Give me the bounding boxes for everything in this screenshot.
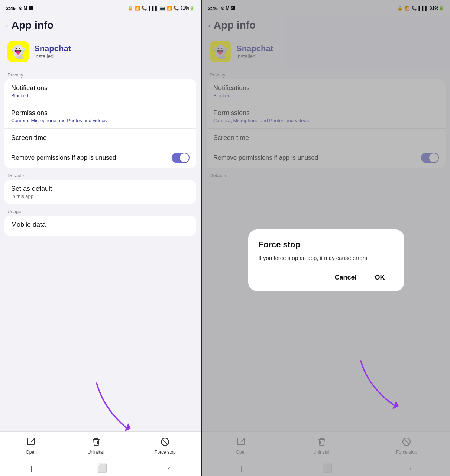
left-remove-permissions-toggle[interactable] <box>172 153 190 163</box>
left-open-icon <box>25 436 38 448</box>
left-status-icons: ⊙ M 🖼 <box>19 6 33 11</box>
left-app-name: Snapchat <box>34 44 71 53</box>
left-set-default-title: Set as default <box>11 185 52 193</box>
left-notifications-subtitle: Blocked <box>11 93 48 98</box>
left-uninstall-icon <box>90 436 103 448</box>
left-time: 3:46 <box>6 6 16 11</box>
left-recent-icon[interactable]: ||| <box>30 464 36 472</box>
left-privacy-card: Notifications Blocked Permissions Camera… <box>4 79 196 168</box>
left-status-left: 3:46 ⊙ M 🖼 <box>6 6 33 11</box>
left-app-status: Installed <box>34 53 71 59</box>
left-set-default-text: Set as default In this app <box>11 185 52 199</box>
left-force-stop-icon <box>159 436 171 448</box>
left-app-icon-row: 👻 Snapchat Installed <box>0 36 201 69</box>
left-screen-time-text: Screen time <box>11 134 47 142</box>
svg-rect-0 <box>27 438 34 445</box>
dialog-buttons: Cancel OK <box>259 271 394 284</box>
force-stop-dialog: Force stop If you force stop an app, it … <box>248 229 404 291</box>
left-permissions-title: Permissions <box>11 109 107 117</box>
left-signal-icon: ▌▌▌ <box>149 6 158 11</box>
left-privacy-label: Privacy <box>0 69 201 79</box>
left-set-default-subtitle: In this app <box>11 193 52 199</box>
left-battery-pct: 📷 📶 📞 31%🔋 <box>160 6 195 11</box>
left-back-icon[interactable]: ‹ <box>168 464 170 472</box>
left-force-stop-nav-item[interactable]: Force stop <box>155 436 176 455</box>
left-call-icon: 📞 <box>142 6 147 11</box>
left-home-icon[interactable]: ⬜ <box>97 463 107 473</box>
left-battery-icon: 🔒 <box>127 6 133 11</box>
left-set-default-item[interactable]: Set as default In this app <box>4 180 196 204</box>
left-remove-permissions-title: Remove permissions if app is unused <box>11 154 116 162</box>
left-app-name-block: Snapchat Installed <box>34 44 71 59</box>
left-open-label: Open <box>26 450 37 455</box>
left-ghost-icon: 👻 <box>10 44 26 59</box>
left-snapchat-icon: 👻 <box>7 41 29 62</box>
left-status-bar: 3:46 ⊙ M 🖼 🔒 📶 📞 ▌▌▌ 📷 📶 📞 31%🔋 <box>0 0 201 16</box>
force-stop-dialog-overlay: Force stop If you force stop an app, it … <box>202 0 450 476</box>
svg-marker-3 <box>124 423 131 431</box>
left-open-nav-item[interactable]: Open <box>25 436 38 455</box>
left-usage-label: Usage <box>0 206 201 216</box>
left-arrow-annotation <box>74 379 149 439</box>
left-usage-card: Mobile data <box>4 216 196 236</box>
left-permissions-subtitle: Camera, Microphone and Photos and videos <box>11 118 107 123</box>
left-screen-time-item[interactable]: Screen time <box>4 129 196 147</box>
left-uninstall-label: Uninstall <box>88 450 105 455</box>
left-mobile-data-title: Mobile data <box>11 221 46 229</box>
left-app-header: ‹ App info <box>0 16 201 36</box>
left-notifications-item[interactable]: Notifications Blocked <box>4 79 196 104</box>
dialog-ok-button[interactable]: OK <box>366 271 394 284</box>
left-page-title: App info <box>12 19 54 31</box>
left-defaults-card: Set as default In this app <box>4 180 196 204</box>
left-mobile-data-text: Mobile data <box>11 221 46 229</box>
left-remove-permissions-text: Remove permissions if app is unused <box>11 154 116 162</box>
left-notifications-text: Notifications Blocked <box>11 84 48 98</box>
left-mobile-data-item[interactable]: Mobile data <box>4 216 196 236</box>
dialog-title: Force stop <box>259 240 394 250</box>
left-defaults-label: Defaults <box>0 170 201 180</box>
right-phone-panel: 3:46 ⊙ M 🖼 🔒 📶 📞 ▌▌▌ 31%🔋 ‹ App info 👻 S… <box>201 0 450 476</box>
left-permissions-item[interactable]: Permissions Camera, Microphone and Photo… <box>4 104 196 129</box>
left-force-stop-label: Force stop <box>155 450 176 455</box>
left-remove-permissions-item[interactable]: Remove permissions if app is unused <box>4 147 196 168</box>
left-phone-panel: 3:46 ⊙ M 🖼 🔒 📶 📞 ▌▌▌ 📷 📶 📞 31%🔋 ‹ App in… <box>0 0 201 476</box>
svg-line-2 <box>163 440 167 444</box>
left-back-arrow[interactable]: ‹ <box>6 21 9 30</box>
dialog-body: If you force stop an app, it may cause e… <box>259 254 394 263</box>
left-wifi-icon: 📶 <box>135 6 140 11</box>
left-screen-time-title: Screen time <box>11 134 47 142</box>
dialog-cancel-button[interactable]: Cancel <box>326 271 365 284</box>
right-arrow-annotation <box>346 357 420 417</box>
left-status-right: 🔒 📶 📞 ▌▌▌ 📷 📶 📞 31%🔋 <box>127 6 195 11</box>
left-uninstall-nav-item[interactable]: Uninstall <box>88 436 105 455</box>
left-bottom-nav: Open Uninstall Force stop ||| ⬜ ‹ <box>0 431 201 476</box>
left-notifications-title: Notifications <box>11 84 48 92</box>
left-permissions-text: Permissions Camera, Microphone and Photo… <box>11 109 107 123</box>
left-sys-nav: ||| ⬜ ‹ <box>0 463 201 473</box>
